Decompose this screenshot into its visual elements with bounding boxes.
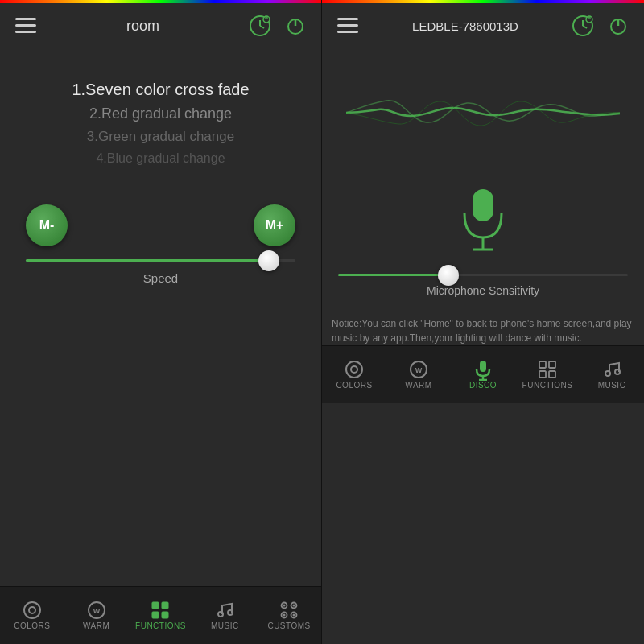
svg-line-5: [260, 26, 264, 28]
customs-icon: [278, 601, 300, 619]
svg-rect-2: [15, 31, 36, 33]
left-panel: room 1.Seven color cross fade 2.Red grad…: [0, 0, 322, 644]
right-header: LEDBLE-7860013D: [322, 3, 644, 48]
waveform-area: [322, 56, 644, 169]
left-nav-warm-label: WARM: [83, 621, 109, 630]
sensitivity-fill: [338, 274, 448, 276]
mode-item-3[interactable]: 3.Green gradual change: [19, 129, 302, 145]
svg-rect-17: [152, 612, 159, 618]
left-nav-music-label: MUSIC: [211, 621, 239, 630]
svg-point-28: [293, 613, 295, 616]
svg-point-54: [605, 371, 610, 376]
speed-label: Speed: [26, 271, 295, 285]
left-title: room: [48, 18, 237, 35]
right-nav-disco-label: DISCO: [469, 381, 497, 390]
music-icon-left: [213, 601, 236, 619]
notice-text: Notice:You can click "Home" to back to p…: [332, 316, 634, 345]
m-plus-button[interactable]: M+: [254, 204, 295, 246]
svg-rect-18: [162, 612, 168, 618]
mode-item-2[interactable]: 2.Red gradual change: [19, 105, 302, 122]
mode-controls: M- M+: [19, 204, 302, 246]
right-clock-icon[interactable]: [570, 13, 596, 39]
right-disco-icon: [472, 361, 494, 378]
sensitivity-thumb[interactable]: [438, 265, 459, 286]
right-bottom-nav: COLORS W WARM DISCO: [322, 345, 644, 403]
left-bottom-nav: COLORS W WARM FUNCTIONS: [0, 586, 321, 644]
colors-icon: [21, 601, 43, 619]
left-nav-colors[interactable]: COLORS: [0, 601, 64, 630]
svg-line-34: [583, 26, 587, 28]
svg-rect-31: [337, 31, 358, 33]
mode-item-1[interactable]: 1.Seven color cross fade: [19, 80, 302, 99]
left-nav-functions-label: FUNCTIONS: [135, 621, 186, 630]
svg-rect-30: [337, 24, 358, 27]
right-nav-warm[interactable]: W WARM: [386, 361, 451, 390]
right-nav-colors[interactable]: COLORS: [322, 361, 386, 390]
warm-icon: W: [85, 601, 108, 619]
left-power-icon[interactable]: [283, 13, 308, 39]
left-nav-functions[interactable]: FUNCTIONS: [129, 601, 193, 630]
right-menu-icon[interactable]: [335, 13, 361, 39]
svg-point-20: [228, 610, 233, 615]
svg-rect-51: [549, 361, 555, 368]
right-warm-icon: W: [407, 361, 430, 378]
svg-rect-0: [15, 18, 36, 20]
right-nav-functions-label: FUNCTIONS: [522, 381, 573, 390]
svg-rect-16: [162, 602, 168, 609]
svg-rect-40: [473, 189, 493, 221]
speed-slider-thumb[interactable]: [258, 250, 279, 271]
right-nav-warm-label: WARM: [405, 381, 431, 390]
svg-point-44: [351, 366, 357, 373]
svg-rect-15: [152, 602, 159, 609]
mic-area: [322, 185, 644, 258]
functions-icon: [149, 601, 171, 619]
svg-point-19: [218, 612, 223, 617]
left-nav-colors-label: COLORS: [14, 621, 50, 630]
left-header: room: [0, 3, 321, 48]
sensitivity-label: Microphone Sensitivity: [338, 284, 628, 297]
left-clock-icon[interactable]: [247, 13, 273, 39]
right-nav-music[interactable]: MUSIC: [580, 361, 644, 390]
waveform-svg: [346, 80, 620, 145]
svg-rect-53: [549, 371, 555, 378]
right-nav-functions[interactable]: FUNCTIONS: [515, 361, 580, 390]
svg-point-26: [293, 604, 295, 606]
right-nav-music-label: MUSIC: [598, 381, 626, 390]
speed-slider-fill: [26, 259, 269, 262]
svg-text:W: W: [415, 366, 423, 374]
svg-point-43: [346, 361, 362, 378]
svg-rect-52: [539, 371, 546, 378]
left-menu-icon[interactable]: [13, 13, 39, 39]
right-colors-icon: [343, 361, 365, 378]
left-content: 1.Seven color cross fade 2.Red gradual c…: [0, 48, 321, 586]
speed-slider-container: Speed: [19, 259, 302, 285]
right-nav-disco[interactable]: DISCO: [451, 361, 515, 390]
svg-rect-47: [480, 361, 486, 372]
m-minus-button[interactable]: M-: [26, 204, 68, 246]
microphone-svg: [455, 185, 511, 258]
left-nav-customs[interactable]: CUSTOMS: [257, 601, 321, 630]
mode-list: 1.Seven color cross fade 2.Red gradual c…: [19, 80, 302, 166]
right-panel: LEDBLE-7860013D: [322, 0, 644, 644]
right-nav-colors-label: COLORS: [336, 381, 372, 390]
svg-rect-50: [539, 361, 546, 368]
svg-point-55: [615, 369, 620, 374]
svg-rect-29: [337, 18, 358, 20]
right-power-icon[interactable]: [605, 13, 631, 39]
svg-point-12: [29, 607, 35, 613]
svg-point-11: [24, 602, 40, 618]
right-music-icon: [601, 361, 623, 378]
svg-text:W: W: [93, 607, 100, 615]
left-nav-music[interactable]: MUSIC: [192, 601, 257, 630]
svg-point-25: [283, 604, 286, 606]
right-functions-icon: [536, 361, 559, 378]
svg-point-27: [283, 613, 286, 616]
left-nav-customs-label: CUSTOMS: [267, 621, 310, 630]
svg-rect-1: [15, 24, 36, 27]
left-nav-warm[interactable]: W WARM: [64, 601, 129, 630]
sensitivity-slider-container: Microphone Sensitivity: [322, 274, 644, 297]
sensitivity-track: [338, 274, 628, 276]
speed-slider-track: [26, 259, 295, 262]
right-title: LEDBLE-7860013D: [370, 19, 560, 33]
mode-item-4[interactable]: 4.Blue gradual change: [19, 151, 302, 166]
